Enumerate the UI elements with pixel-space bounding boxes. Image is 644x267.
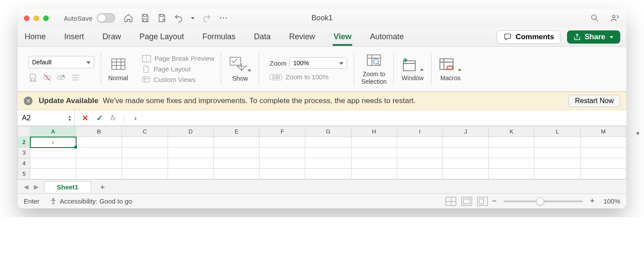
- cell[interactable]: [305, 169, 351, 179]
- group-macros[interactable]: Macros: [434, 47, 467, 91]
- sheet-view-dropdown[interactable]: [28, 56, 94, 68]
- formula-input[interactable]: [135, 114, 623, 122]
- cell[interactable]: [489, 169, 534, 179]
- tab-review[interactable]: Review: [288, 30, 316, 43]
- row-header[interactable]: 4: [18, 158, 30, 169]
- tab-view[interactable]: View: [333, 30, 352, 43]
- cell[interactable]: [443, 169, 489, 179]
- cell[interactable]: [76, 148, 122, 158]
- cell[interactable]: [76, 169, 122, 179]
- zoom-out-button[interactable]: −: [490, 197, 499, 206]
- cell[interactable]: [443, 148, 489, 158]
- tab-data[interactable]: Data: [253, 30, 271, 43]
- save-as-icon[interactable]: [157, 13, 167, 23]
- spreadsheet-grid[interactable]: A B C D E F G H I J K L M 2 › 3: [18, 126, 626, 179]
- insert-function-button[interactable]: fx: [111, 114, 116, 122]
- row-header[interactable]: 2: [18, 137, 30, 148]
- cell[interactable]: [397, 169, 443, 179]
- cell[interactable]: [213, 148, 259, 158]
- restart-now-button[interactable]: Restart Now: [568, 95, 620, 107]
- cell[interactable]: [30, 148, 76, 158]
- cell[interactable]: [305, 158, 351, 169]
- cell[interactable]: [443, 158, 489, 169]
- accessibility-status[interactable]: Accessibility: Good to go: [49, 197, 132, 205]
- cell[interactable]: [168, 169, 213, 179]
- cell[interactable]: [580, 158, 626, 169]
- search-icon[interactable]: [589, 13, 600, 23]
- group-normal[interactable]: Normal: [104, 47, 132, 91]
- sheet-nav-prev[interactable]: ◀: [21, 182, 31, 192]
- column-header[interactable]: I: [397, 126, 443, 137]
- tab-automate[interactable]: Automate: [369, 30, 405, 43]
- tab-home[interactable]: Home: [24, 30, 47, 43]
- cell[interactable]: [351, 169, 397, 179]
- column-header[interactable]: C: [122, 126, 168, 137]
- cell[interactable]: [489, 148, 534, 158]
- tab-draw[interactable]: Draw: [102, 30, 122, 43]
- cell[interactable]: [122, 169, 168, 179]
- undo-icon[interactable]: [173, 13, 184, 23]
- exit-view-icon[interactable]: [42, 73, 52, 82]
- group-show[interactable]: Show: [224, 47, 256, 91]
- tab-page-layout[interactable]: Page Layout: [139, 30, 185, 43]
- cell[interactable]: [168, 158, 213, 169]
- cell[interactable]: [397, 148, 443, 158]
- more-commands-icon[interactable]: [218, 13, 229, 23]
- zoom-percent[interactable]: 100%: [604, 197, 620, 205]
- options-view-icon[interactable]: [70, 73, 80, 82]
- column-header[interactable]: J: [443, 126, 489, 137]
- cell[interactable]: [351, 158, 397, 169]
- column-header[interactable]: F: [260, 126, 305, 137]
- page-layout-button[interactable]: Page Layout: [142, 65, 214, 73]
- zoom-input[interactable]: [289, 57, 347, 69]
- tab-formulas[interactable]: Formulas: [201, 30, 236, 43]
- confirm-entry-button[interactable]: ✓: [96, 113, 103, 123]
- minimize-window-button[interactable]: [33, 15, 39, 21]
- cell[interactable]: [305, 137, 351, 148]
- cell[interactable]: [443, 137, 489, 148]
- sheet-nav-next[interactable]: ▶: [31, 182, 41, 192]
- cell[interactable]: [260, 148, 305, 158]
- cell[interactable]: [534, 137, 580, 148]
- coauthor-icon[interactable]: [610, 13, 620, 23]
- save-icon[interactable]: [140, 13, 150, 23]
- cell[interactable]: [122, 148, 168, 158]
- row-header[interactable]: 5: [18, 169, 30, 179]
- name-box-stepper[interactable]: ▲▼: [68, 115, 72, 122]
- message-close-button[interactable]: ✕: [24, 96, 33, 105]
- column-header[interactable]: A: [30, 126, 76, 137]
- redo-icon[interactable]: [201, 13, 212, 23]
- cell[interactable]: [260, 158, 305, 169]
- cell[interactable]: [30, 169, 76, 179]
- cell[interactable]: [580, 169, 626, 179]
- tab-insert[interactable]: Insert: [63, 30, 85, 43]
- cell[interactable]: [213, 169, 259, 179]
- undo-dropdown-icon[interactable]: [190, 13, 195, 23]
- cell[interactable]: [351, 148, 397, 158]
- new-view-icon[interactable]: [56, 73, 66, 82]
- add-sheet-button[interactable]: ＋: [97, 182, 108, 192]
- column-header[interactable]: L: [534, 126, 580, 137]
- page-layout-view-button[interactable]: [461, 197, 472, 206]
- column-header[interactable]: M: [580, 126, 626, 137]
- column-header[interactable]: G: [305, 126, 351, 137]
- home-icon[interactable]: [123, 13, 134, 23]
- cell-A2[interactable]: ›: [30, 137, 76, 148]
- zoom-in-button[interactable]: +: [588, 197, 596, 206]
- zoom-to-selection-button[interactable]: Zoom to Selection: [357, 47, 391, 91]
- cell[interactable]: [580, 148, 626, 158]
- cell[interactable]: [213, 158, 259, 169]
- column-header[interactable]: K: [489, 126, 534, 137]
- column-header[interactable]: B: [76, 126, 122, 137]
- cell[interactable]: [122, 137, 168, 148]
- cell[interactable]: [168, 137, 213, 148]
- page-break-view-button[interactable]: [477, 197, 488, 206]
- maximize-window-button[interactable]: [43, 15, 49, 21]
- cell[interactable]: [489, 137, 534, 148]
- cell[interactable]: [168, 148, 213, 158]
- custom-views-button[interactable]: Custom Views: [142, 76, 214, 84]
- cancel-entry-button[interactable]: ✕: [82, 113, 88, 123]
- column-header[interactable]: D: [168, 126, 213, 137]
- autosave-toggle[interactable]: [97, 13, 115, 23]
- normal-view-button[interactable]: [446, 197, 456, 206]
